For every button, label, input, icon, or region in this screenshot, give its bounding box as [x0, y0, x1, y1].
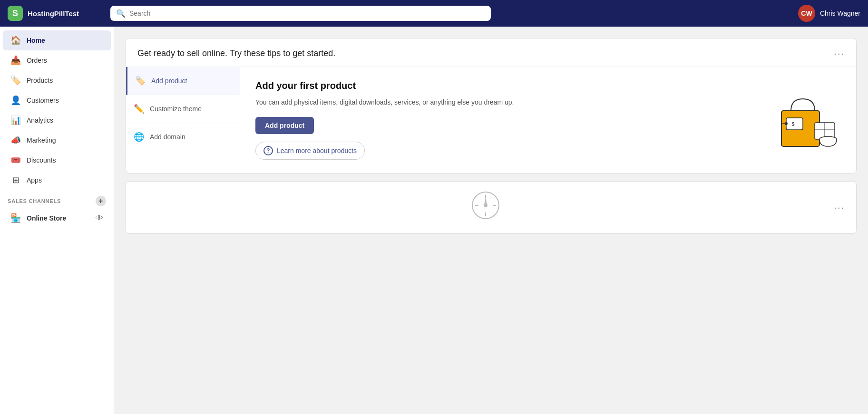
search-icon: 🔍: [116, 9, 126, 18]
tip-item-add-domain-label: Add domain: [150, 133, 185, 141]
online-store-label: Online Store: [27, 214, 66, 222]
card2-menu-button[interactable]: ···: [834, 202, 845, 213]
shopify-logo: S: [8, 6, 23, 21]
svg-text:$: $: [792, 122, 795, 127]
tip-body: You can add physical items, digital down…: [255, 97, 753, 107]
product-svg: $: [767, 87, 839, 154]
product-illustration: $: [765, 80, 841, 160]
search-input[interactable]: [110, 6, 491, 21]
sidebar-item-products[interactable]: 🏷️ Products: [3, 70, 111, 90]
search-bar: 🔍: [110, 6, 491, 21]
tips-list: 🏷️ Add product ✏️ Customize theme 🌐 Add …: [126, 67, 240, 173]
tip-heading: Add your first product: [255, 80, 753, 91]
customize-theme-icon: ✏️: [134, 104, 144, 114]
apps-icon: ⊞: [10, 175, 21, 185]
tip-item-customize-theme-label: Customize theme: [150, 105, 202, 113]
sidebar-item-products-label: Products: [27, 77, 53, 84]
tip-detail: Add your first product You can add physi…: [240, 67, 856, 173]
learn-more-button[interactable]: ? Learn more about products: [255, 142, 365, 160]
add-product-cta-button[interactable]: Add product: [255, 117, 314, 134]
marketing-icon: 📣: [10, 135, 21, 145]
tip-item-add-domain[interactable]: 🌐 Add domain: [126, 123, 240, 151]
customers-icon: 👤: [10, 95, 21, 106]
sidebar: 🏠 Home 📥 Orders 🏷️ Products 👤 Customers …: [0, 27, 114, 414]
add-domain-icon: 🌐: [134, 132, 144, 142]
sidebar-item-analytics-label: Analytics: [27, 116, 53, 124]
svg-marker-15: [484, 197, 487, 205]
topbar: S HostingPillTest 🔍 CW Chris Wagner: [0, 0, 868, 27]
sidebar-item-apps[interactable]: ⊞ Apps: [3, 170, 111, 190]
learn-more-label: Learn more about products: [277, 147, 357, 154]
sidebar-item-discounts[interactable]: 🎟️ Discounts: [3, 150, 111, 170]
online-store-icon: 🏪: [10, 213, 21, 223]
products-icon: 🏷️: [10, 75, 21, 86]
getting-started-card: Get ready to sell online. Try these tips…: [126, 38, 857, 173]
tip-item-add-product[interactable]: 🏷️ Add product: [126, 67, 240, 95]
avatar: CW: [798, 5, 815, 22]
sidebar-item-apps-label: Apps: [27, 176, 42, 184]
card-title: Get ready to sell online. Try these tips…: [137, 48, 335, 58]
sales-channels-section: SALES CHANNELS +: [0, 190, 114, 208]
card-menu-button[interactable]: ···: [834, 48, 845, 59]
sidebar-item-discounts-label: Discounts: [27, 156, 56, 164]
main-layout: 🏠 Home 📥 Orders 🏷️ Products 👤 Customers …: [0, 27, 868, 414]
brand: S HostingPillTest: [8, 6, 103, 21]
tips-body: 🏷️ Add product ✏️ Customize theme 🌐 Add …: [126, 67, 856, 173]
sidebar-item-customers-label: Customers: [27, 96, 59, 104]
sidebar-item-marketing[interactable]: 📣 Marketing: [3, 130, 111, 150]
sidebar-item-marketing-label: Marketing: [27, 136, 56, 144]
sidebar-item-home-label: Home: [27, 37, 45, 44]
sidebar-item-orders[interactable]: 📥 Orders: [3, 50, 111, 70]
second-card: ···: [126, 181, 857, 234]
tip-item-add-product-label: Add product: [151, 77, 187, 85]
tip-item-customize-theme[interactable]: ✏️ Customize theme: [126, 95, 240, 123]
content-area: Get ready to sell online. Try these tips…: [114, 27, 868, 414]
add-sales-channel-button[interactable]: +: [96, 196, 106, 206]
analytics-icon: 📊: [10, 115, 21, 125]
compass-illustration: [137, 191, 834, 224]
brand-name: HostingPillTest: [28, 10, 79, 18]
compass-svg: [471, 191, 500, 220]
sidebar-item-analytics[interactable]: 📊 Analytics: [3, 110, 111, 130]
discounts-icon: 🎟️: [10, 155, 21, 165]
sidebar-item-orders-label: Orders: [27, 57, 47, 64]
visibility-icon[interactable]: 👁: [96, 214, 103, 222]
sidebar-item-customers[interactable]: 👤 Customers: [3, 90, 111, 110]
sidebar-item-online-store[interactable]: 🏪 Online Store 👁: [3, 208, 111, 228]
user-name: Chris Wagner: [820, 10, 860, 17]
sales-channels-label: SALES CHANNELS: [8, 198, 61, 204]
sidebar-item-home[interactable]: 🏠 Home: [3, 30, 111, 50]
orders-icon: 📥: [10, 55, 21, 66]
tip-text: Add your first product You can add physi…: [255, 80, 753, 160]
topbar-right: CW Chris Wagner: [798, 5, 860, 22]
card-header: Get ready to sell online. Try these tips…: [126, 39, 856, 67]
help-icon: ?: [263, 146, 273, 155]
online-store-left: 🏪 Online Store: [10, 213, 66, 223]
home-icon: 🏠: [10, 35, 21, 46]
add-product-icon: 🏷️: [135, 76, 146, 86]
